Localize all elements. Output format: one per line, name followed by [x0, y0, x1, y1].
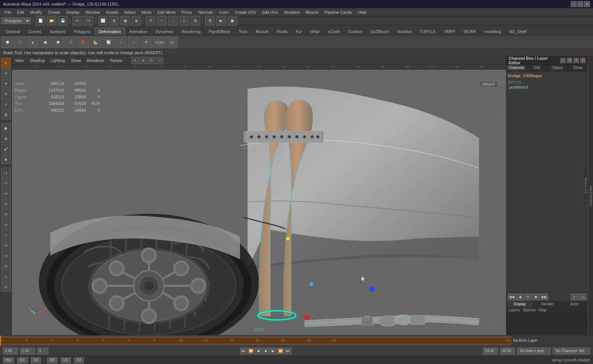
layer-2[interactable]: L2	[1, 178, 11, 188]
viewport-menu-view[interactable]: View	[15, 58, 24, 63]
tool-scale[interactable]: ⤢	[1, 99, 11, 109]
shelf-icon-cc[interactable]: cC	[167, 36, 178, 48]
layer-btn-5[interactable]: ▶▶	[541, 294, 548, 300]
layer-8[interactable]: L8	[1, 240, 11, 250]
ch-tab-edit[interactable]: Edit	[527, 65, 547, 71]
3d-viewport[interactable]: Verts: 566114 24206 Edges: 1107418 48016…	[12, 70, 506, 335]
layer-btn-3[interactable]: ⟳	[524, 294, 532, 300]
tool-sculpt[interactable]: ◈	[1, 154, 11, 164]
layer-btn-arrow-l[interactable]: ◁	[579, 294, 586, 300]
shelf-icon-12[interactable]: ⟳	[140, 36, 152, 48]
menu-modify[interactable]: Modify	[27, 9, 45, 15]
menu-help[interactable]: Help	[355, 9, 369, 15]
play-back[interactable]: ◀	[255, 348, 262, 354]
shelf-icon-11[interactable]: ↔	[128, 36, 140, 48]
toolbar-ipr[interactable]: ◼	[227, 16, 237, 26]
timeline-frame-field[interactable]	[37, 348, 48, 354]
layer-6[interactable]: L6	[1, 220, 11, 229]
shelf-tab-general[interactable]: General	[1, 27, 24, 35]
layer-11[interactable]: 11	[1, 272, 11, 281]
shelf-icon-4[interactable]: ◼	[39, 36, 51, 48]
layer-3[interactable]: L3	[1, 188, 11, 198]
char-set-dropdown[interactable]: No Character Set	[553, 348, 590, 354]
shelf-tab-gozbrush[interactable]: GoZBrush	[366, 27, 393, 35]
shelf-icon-5[interactable]: ⬟	[52, 36, 64, 48]
toolbar-open[interactable]: 📂	[47, 16, 56, 26]
timeline-track[interactable]: 1 2 3 4 5 6 8 10 12 14 16 18 20 22 24	[0, 335, 511, 346]
shelf-tab-surfaces[interactable]: Surfaces	[45, 27, 69, 35]
toolbar-render-globals[interactable]: ⚙	[205, 16, 215, 26]
viewport-menu-show[interactable]: Show	[71, 58, 81, 63]
layer-5[interactable]: L5	[1, 209, 11, 219]
stop[interactable]: ■	[262, 348, 269, 354]
step-forward[interactable]: ⏩	[277, 348, 284, 354]
menu-normals[interactable]: Normals	[195, 9, 216, 15]
shelf-tab-nhair[interactable]: nHair	[306, 27, 324, 35]
menu-window[interactable]: Window	[82, 9, 103, 15]
viewport-menu-shading[interactable]: Shading	[30, 58, 45, 63]
menu-create[interactable]: Create	[45, 9, 63, 15]
layer-opt-help[interactable]: Help	[538, 308, 547, 312]
layer-btn-2[interactable]: ◀	[516, 294, 524, 300]
ch-tab-object[interactable]: Object	[547, 65, 568, 71]
shelf-tab-dynamics[interactable]: Dynamics	[152, 27, 178, 35]
close-button[interactable]: ✕	[584, 1, 590, 7]
tool-settings-label[interactable]: Tool Settings	[584, 177, 587, 194]
shelf-icon-10[interactable]: ↕	[115, 36, 127, 48]
toolbar-snap-view[interactable]: ⊞	[191, 16, 200, 26]
bs-btn-uv[interactable]: UV	[61, 357, 71, 363]
skip-to-start[interactable]: ⏮	[240, 348, 247, 354]
layer-opt-options[interactable]: Options	[522, 308, 536, 312]
viewport-menu-lighting[interactable]: Lighting	[51, 58, 65, 63]
layer-opt-layers[interactable]: Layers	[508, 308, 521, 312]
shelf-icon-1[interactable]: 🔲	[1, 36, 13, 48]
layer-tab-display[interactable]: Display	[506, 301, 534, 307]
menu-edit-uvs[interactable]: Edit UVs	[259, 9, 281, 15]
cb-icon-collapse[interactable]: ↙	[560, 58, 566, 63]
menu-select[interactable]: Select	[121, 9, 139, 15]
shelf-icon-9[interactable]: 🔄	[103, 36, 114, 48]
shelf-tab-m1shelf[interactable]: M1_Shelf	[505, 27, 531, 35]
menu-display[interactable]: Display	[63, 9, 82, 15]
shelf-tab-vmpp[interactable]: VMPP	[440, 27, 460, 35]
tool-rotate[interactable]: ↻	[1, 89, 11, 99]
tool-move[interactable]: ✛	[1, 79, 11, 88]
shelf-icon-6[interactable]: ⬡	[65, 36, 77, 48]
shelf-tab-ncloth[interactable]: nCloth	[324, 27, 344, 35]
layer-12[interactable]: 12	[1, 282, 11, 292]
tool-paint[interactable]: 🖌	[1, 144, 11, 154]
tool-soft-select[interactable]: ◉	[1, 123, 11, 133]
tool-settings-strip[interactable]: Tool Settings	[583, 167, 588, 204]
shelf-tab-toon[interactable]: Toon	[234, 27, 252, 35]
shelf-tab-fluids[interactable]: Fluids	[273, 27, 292, 35]
vp-move[interactable]: ✛	[140, 57, 147, 64]
menu-create-uvs[interactable]: Create UVs	[232, 9, 259, 15]
ch-tab-show[interactable]: Show	[568, 65, 588, 71]
shelf-tab-turtle[interactable]: TURTLE	[416, 27, 440, 35]
menu-edit-mesh[interactable]: Edit Mesh	[155, 9, 179, 15]
toolbar-undo[interactable]: ↩	[72, 16, 82, 26]
timeline-fps-field[interactable]	[20, 348, 35, 354]
toolbar-render[interactable]: ▶	[216, 16, 226, 26]
menu-muscle[interactable]: Muscle	[303, 9, 322, 15]
channel-input-node[interactable]: polyMirror3	[508, 85, 586, 90]
bs-btn-xx1[interactable]: XX	[31, 357, 41, 363]
step-back[interactable]: ⏪	[247, 348, 254, 354]
shelf-tab-painteffects[interactable]: PaintEffects	[205, 27, 235, 35]
cb-icon-pin[interactable]: 📌	[580, 58, 586, 63]
cb-icon-close[interactable]: ✕	[574, 58, 579, 63]
layer-btn-1[interactable]: ◀◀	[508, 294, 515, 300]
shelf-tab-modeling[interactable]: modeling	[480, 27, 505, 35]
vp-scale[interactable]: ⤢	[156, 57, 163, 64]
skip-to-end[interactable]: ⏭	[285, 348, 291, 354]
viewport-menu-panels[interactable]: Panels	[110, 58, 123, 63]
layer-1[interactable]: L1	[1, 168, 11, 177]
vp-rotate[interactable]: ↻	[148, 57, 155, 64]
shelf-icon-2[interactable]: ⬡	[14, 36, 26, 48]
menu-pipeline[interactable]: Pipeline Cache	[321, 9, 355, 15]
menu-assets[interactable]: Assets	[103, 9, 121, 15]
menu-color[interactable]: Color	[216, 9, 232, 15]
layer-10[interactable]: 10	[1, 261, 11, 271]
layer-7[interactable]: L7	[1, 230, 11, 240]
bs-btn-oc[interactable]: OC	[17, 357, 28, 363]
